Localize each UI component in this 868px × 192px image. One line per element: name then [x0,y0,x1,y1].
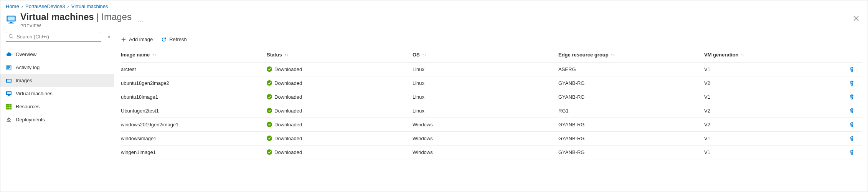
sidebar-item-deployments[interactable]: Deployments [0,113,114,126]
cell-name: arctest [121,66,267,72]
column-header-gen[interactable]: VM generation ↑↓ [704,52,845,58]
sort-icon: ↑↓ [284,52,289,57]
column-header-os[interactable]: OS ↑↓ [413,52,558,58]
delete-button[interactable] [849,66,855,72]
cell-os: Windows [413,149,558,155]
images-icon [6,78,12,84]
search-input[interactable] [16,33,99,40]
delete-button[interactable] [849,122,855,127]
cell-rg: GYANB-RG [558,149,704,155]
toolbar-label: Add image [129,36,153,42]
sidebar-item-resources[interactable]: Resources [0,100,114,113]
cell-status: Downloaded [267,94,413,100]
svg-rect-18 [6,108,8,109]
cell-rg: RG1 [558,108,704,114]
cell-os: Windows [413,136,558,141]
cell-status: Downloaded [267,122,413,127]
column-header-name[interactable]: Image name ↑↓ [121,52,267,58]
cell-status: Downloaded [267,136,413,141]
sidebar-item-label: Activity log [16,65,40,70]
svg-rect-1 [8,17,15,21]
svg-rect-14 [10,104,12,106]
cell-rg: ASERG [558,66,704,72]
breadcrumb-link-home[interactable]: Home [6,3,19,9]
success-icon [267,108,272,113]
more-button[interactable]: … [138,16,144,23]
preview-badge: PREVIEW [20,23,132,28]
svg-rect-15 [6,106,8,108]
svg-rect-9 [7,92,11,94]
success-icon [267,122,272,127]
cell-name: windowsimage1 [121,136,267,141]
svg-rect-3 [8,23,14,23]
cloud-icon [6,51,12,58]
vm-icon [6,14,17,25]
cell-name: ubuntu18image1 [121,94,267,100]
success-icon [267,94,272,99]
cell-rg: GYANB-RG [558,94,704,100]
cell-status: Downloaded [267,108,413,114]
table-row[interactable]: windows2019gen2image1DownloadedWindowsGY… [121,118,862,132]
sidebar-nav: Overview Activity log Images [0,46,114,126]
delete-button[interactable] [849,136,855,141]
sidebar-item-images[interactable]: Images [0,74,114,87]
table-row[interactable]: wingen1image1DownloadedWindowsGYANB-RGV1 [121,146,862,159]
cell-gen: V1 [704,66,845,72]
svg-rect-17 [10,106,12,108]
sort-icon: ↑↓ [741,52,745,57]
images-table: Image name ↑↓ Status ↑↓ OS ↑↓ Edge resou… [121,47,862,159]
chevron-right-icon: › [67,3,69,9]
success-icon [267,136,272,141]
deployments-icon [6,117,12,123]
refresh-icon [161,37,167,42]
delete-button[interactable] [849,108,855,114]
vm-icon [6,91,12,97]
delete-button[interactable] [849,149,855,155]
table-row[interactable]: arctestDownloadedLinuxASERGV1 [121,63,862,76]
cell-status: Downloaded [267,80,413,86]
table-row[interactable]: windowsimage1DownloadedWindowsGYANB-RGV1 [121,132,862,146]
cell-rg: GYANB-RG [558,80,704,86]
breadcrumb: Home › PortalAseDevice3 › Virtual machin… [0,0,868,9]
sort-icon: ↑↓ [152,52,156,57]
cell-name: Ubuntugen2test1 [121,108,267,114]
svg-rect-20 [10,108,12,109]
success-icon [267,149,272,155]
close-button[interactable] [850,12,862,26]
cell-gen: V1 [704,149,845,155]
svg-rect-11 [7,96,10,96]
cell-rg: GYANB-RG [558,136,704,141]
svg-point-4 [9,34,12,37]
cell-name: ubuntu18gen2image2 [121,80,267,86]
sidebar-item-label: Virtual machines [16,91,53,96]
table-row[interactable]: ubuntu18image1DownloadedLinuxGYANB-RGV1 [121,90,862,104]
plus-icon [121,37,126,42]
column-header-rg[interactable]: Edge resource group ↑↓ [558,52,704,58]
breadcrumb-link-device[interactable]: PortalAseDevice3 [25,3,65,9]
cell-name: windows2019gen2image1 [121,122,267,127]
sidebar-item-activity-log[interactable]: Activity log [0,61,114,74]
cell-rg: GYANB-RG [558,122,704,127]
add-image-button[interactable]: Add image [121,36,153,42]
breadcrumb-current: Virtual machines [71,3,108,9]
table-row[interactable]: Ubuntugen2test1DownloadedLinuxRG1V2 [121,104,862,118]
svg-rect-13 [8,104,10,106]
sidebar-item-virtual-machines[interactable]: Virtual machines [0,87,114,100]
cell-name: wingen1image1 [121,149,267,155]
cell-gen: V1 [704,94,845,100]
collapse-sidebar-button[interactable]: « [107,34,110,40]
cell-os: Linux [413,66,558,72]
sidebar-item-label: Overview [16,51,36,57]
sidebar-item-overview[interactable]: Overview [0,48,114,61]
refresh-button[interactable]: Refresh [161,36,187,42]
sidebar-search[interactable] [6,32,101,42]
sort-icon: ↑↓ [611,52,615,57]
cell-status: Downloaded [267,149,413,155]
column-header-status[interactable]: Status ↑↓ [267,52,413,58]
table-row[interactable]: ubuntu18gen2image2DownloadedLinuxGYANB-R… [121,76,862,90]
delete-button[interactable] [849,80,855,86]
success-icon [267,66,272,72]
delete-button[interactable] [849,94,855,100]
sidebar: « Overview Activity log [0,32,114,192]
content-pane: Add image Refresh Image name ↑↓ Sta [114,32,868,192]
